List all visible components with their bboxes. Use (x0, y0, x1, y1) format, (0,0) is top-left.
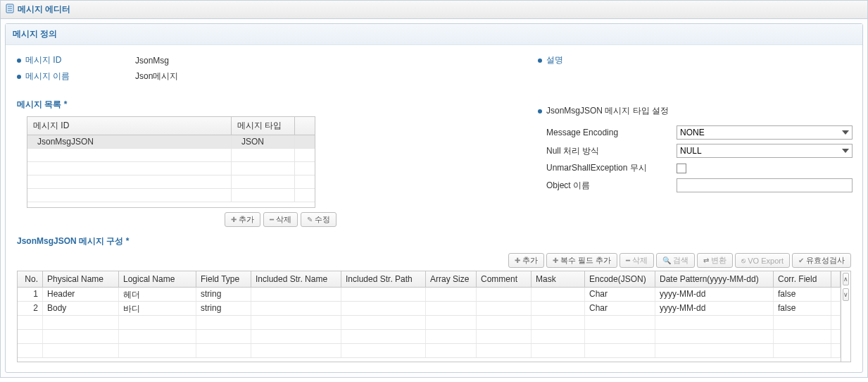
col-corr-field[interactable]: Corr. Field (774, 271, 831, 287)
plus-icon: ✚ (515, 257, 520, 264)
msg-name-value: Json메시지 (135, 70, 178, 82)
export-icon: ⎋ (741, 257, 746, 264)
plus-icon: ✚ (231, 216, 237, 223)
minus-icon: ━ (626, 257, 630, 264)
plus-icon: ✚ (553, 257, 558, 264)
bullet-icon (17, 75, 21, 79)
chevron-down-icon: ∨ (843, 291, 848, 298)
col-no[interactable]: No. (18, 271, 43, 287)
object-name-label: Object 이름 (546, 180, 677, 192)
col-comment[interactable]: Comment (477, 271, 532, 287)
encoding-select[interactable]: NONE (677, 125, 853, 140)
editor-header: 메시지 에디터 (1, 1, 867, 19)
edit-button[interactable]: ✎ 수정 (301, 212, 336, 227)
document-icon (5, 4, 15, 16)
cell-msg-id: JsonMsgJSON (27, 135, 232, 148)
col-included-name[interactable]: Included Str. Name (251, 271, 341, 287)
bullet-icon (538, 58, 542, 63)
msg-name-label: 메시지 이름 (25, 70, 131, 82)
null-select[interactable]: NULL (677, 144, 853, 158)
col-msg-id[interactable]: 메시지 ID (27, 117, 232, 135)
editor-title: 메시지 에디터 (18, 4, 70, 16)
object-name-input[interactable] (677, 178, 853, 192)
col-date-pattern[interactable]: Date Pattern(yyyy-MM-dd) (655, 271, 774, 287)
convert-button[interactable]: ⇄ 변환 (697, 253, 733, 268)
search-button[interactable]: 🔍 검색 (656, 253, 695, 268)
add-field-button[interactable]: ✚ 추가 (508, 253, 544, 268)
col-physical-name[interactable]: Physical Name (43, 271, 119, 287)
col-field-type[interactable]: Field Type (196, 271, 251, 287)
bullet-icon (538, 109, 542, 113)
chevron-up-icon: ∧ (843, 276, 848, 283)
add-multi-field-button[interactable]: ✚ 복수 필드 추가 (546, 253, 617, 268)
add-button[interactable]: ✚ 추가 (225, 212, 260, 227)
composition-title: JsonMsgJSON 메시지 구성 * (17, 227, 851, 253)
type-settings-title: JsonMsgJSON 메시지 타입 설정 (546, 105, 669, 117)
cell-msg-type: JSON (232, 135, 295, 148)
encoding-label: Message Encoding (546, 128, 677, 137)
section-definition-title: 메시지 정의 (6, 24, 862, 45)
null-label: Null 처리 방식 (546, 145, 677, 157)
convert-icon: ⇄ (703, 257, 709, 264)
validate-button[interactable]: ✔ 유효성검사 (792, 253, 851, 268)
pencil-icon: ✎ (307, 216, 313, 223)
unmarshall-checkbox[interactable] (677, 164, 686, 173)
delete-button[interactable]: ━ 삭제 (263, 212, 298, 227)
move-down-button[interactable]: ∨ (843, 288, 849, 301)
col-included-path[interactable]: Included Str. Path (341, 271, 426, 287)
table-row[interactable]: 1 Header 헤더 string Char yyyy-MM-dd (18, 288, 841, 302)
col-array-size[interactable]: Array Size (426, 271, 477, 287)
minus-icon: ━ (270, 216, 274, 223)
msg-list-title: 메시지 목록 * (17, 90, 510, 116)
msg-id-label: 메시지 ID (25, 54, 131, 66)
col-logical-name[interactable]: Logical Name (119, 271, 196, 287)
delete-field-button[interactable]: ━ 삭제 (619, 253, 654, 268)
col-encode[interactable]: Encode(JSON) (585, 271, 655, 287)
msg-list-table[interactable]: 메시지 ID 메시지 타입 JsonMsgJSON JSON (27, 116, 315, 208)
col-msg-type[interactable]: 메시지 타입 (232, 117, 295, 135)
unmarshall-label: UnmarShallException 무시 (546, 162, 677, 174)
msg-id-value: JsonMsg (135, 56, 169, 66)
table-row[interactable]: 2 Body 바디 string Char yyyy-MM-dd (18, 302, 841, 316)
move-up-button[interactable]: ∧ (843, 273, 849, 285)
composition-table[interactable]: No. Physical Name Logical Name Field Typ… (18, 271, 841, 362)
table-row[interactable]: JsonMsgJSON JSON (27, 135, 315, 149)
bullet-icon (17, 58, 21, 63)
check-icon: ✔ (798, 257, 804, 264)
vo-export-button[interactable]: ⎋ VO Export (735, 253, 790, 268)
desc-label: 설명 (546, 54, 652, 66)
col-mask[interactable]: Mask (532, 271, 585, 287)
search-icon: 🔍 (662, 257, 671, 264)
